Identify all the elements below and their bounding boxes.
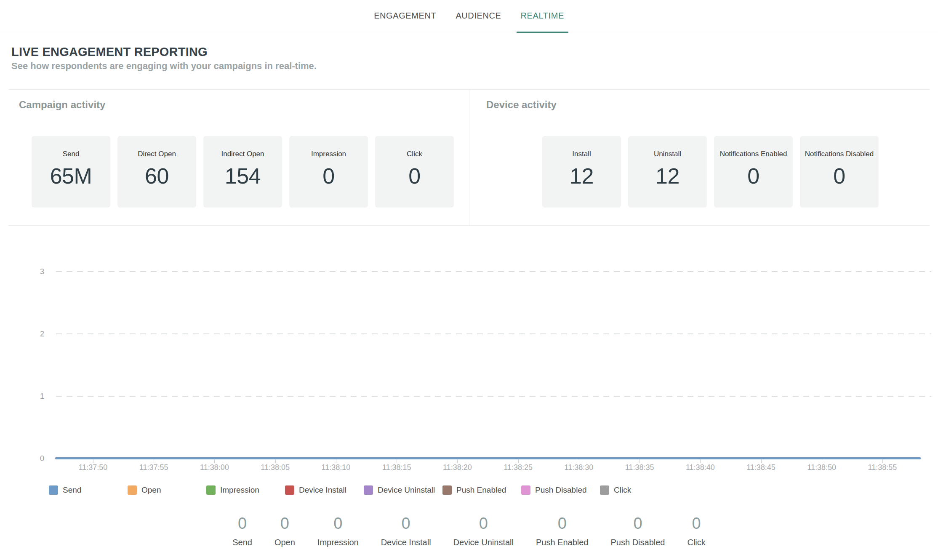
tab-bar: ENGAGEMENT AUDIENCE REALTIME: [0, 0, 938, 33]
counter-label: Open: [274, 538, 295, 547]
card-send: Send 65M: [32, 136, 110, 208]
x-axis-label: 11:38:15: [382, 463, 411, 472]
card-label: Click: [375, 150, 454, 158]
x-axis-tick: [700, 459, 701, 463]
x-axis-label: 11:38:55: [868, 463, 897, 472]
device-activity-title: Device activity: [486, 99, 930, 111]
card-value: 12: [542, 163, 621, 189]
page-title: LIVE ENGAGEMENT REPORTING: [11, 45, 208, 59]
legend-item-device-uninstall[interactable]: Device Uninstall: [364, 485, 442, 495]
card-label: Direct Open: [117, 150, 196, 158]
card-notifications-enabled: Notifications Enabled 0: [714, 136, 793, 208]
realtime-report-page: ENGAGEMENT AUDIENCE REALTIME LIVE ENGAGE…: [0, 0, 938, 560]
tab-audience[interactable]: AUDIENCE: [451, 0, 505, 33]
legend-item-click[interactable]: Click: [600, 485, 679, 495]
counter-value: 0: [274, 515, 295, 533]
legend-label: Send: [63, 485, 81, 495]
card-value: 0: [800, 163, 879, 189]
legend-item-device-install[interactable]: Device Install: [285, 485, 364, 495]
tab-realtime[interactable]: REALTIME: [517, 0, 568, 33]
counter-value: 0: [536, 515, 589, 533]
counter-label: Device Uninstall: [453, 538, 514, 547]
x-axis-label: 11:38:45: [746, 463, 775, 472]
legend-label: Device Uninstall: [378, 485, 435, 495]
card-label: Notifications Disabled: [800, 150, 879, 158]
x-axis-tick: [275, 459, 276, 463]
legend-label: Push Disabled: [535, 485, 587, 495]
counter-click: 0 Click: [687, 515, 705, 547]
card-impression: Impression 0: [289, 136, 368, 208]
legend-item-impression[interactable]: Impression: [206, 485, 285, 495]
counter-value: 0: [453, 515, 514, 533]
tab-engagement[interactable]: ENGAGEMENT: [370, 0, 440, 33]
x-axis-tick: [214, 459, 215, 463]
card-label: Impression: [289, 150, 368, 158]
click-series-swatch-icon: [600, 485, 609, 495]
legend-item-send[interactable]: Send: [49, 485, 128, 495]
x-axis-label: 11:38:10: [322, 463, 351, 472]
x-axis-label: 11:38:35: [625, 463, 654, 472]
push-disabled-series-swatch-icon: [521, 485, 530, 495]
impression-series-swatch-icon: [206, 485, 216, 495]
y-axis-label: 0: [22, 454, 44, 463]
device-activity-cards: Install 12 Uninstall 12 Notifications En…: [542, 136, 930, 208]
card-value: 0: [375, 163, 454, 189]
counter-send: 0 Send: [232, 515, 252, 547]
x-axis-label: 11:38:20: [443, 463, 472, 472]
counter-label: Impression: [317, 538, 359, 547]
x-axis-tick: [640, 459, 640, 463]
counter-value: 0: [381, 515, 431, 533]
x-axis-tick: [397, 459, 397, 463]
counter-label: Push Disabled: [611, 538, 665, 547]
x-axis-tick: [154, 459, 154, 463]
card-value: 154: [203, 163, 282, 189]
counter-open: 0 Open: [274, 515, 295, 547]
counter-label: Push Enabled: [536, 538, 589, 547]
grid-line: [56, 333, 931, 334]
card-value: 12: [628, 163, 707, 189]
device-activity-panel: Device activity Install 12 Uninstall 12 …: [469, 90, 930, 225]
card-value: 65M: [32, 163, 110, 189]
y-axis-label: 1: [22, 392, 44, 400]
open-series-swatch-icon: [128, 485, 137, 495]
card-uninstall: Uninstall 12: [628, 136, 707, 208]
counter-label: Send: [232, 538, 252, 547]
counter-value: 0: [687, 515, 705, 533]
live-counters-row: 0 Send 0 Open 0 Impression 0 Device Inst…: [0, 515, 938, 547]
card-label: Install: [542, 150, 621, 158]
y-axis-label: 2: [22, 329, 44, 338]
legend-item-push-disabled[interactable]: Push Disabled: [521, 485, 600, 495]
legend-label: Impression: [220, 485, 259, 495]
counter-impression: 0 Impression: [317, 515, 359, 547]
counter-value: 0: [232, 515, 252, 533]
campaign-activity-cards: Send 65M Direct Open 60 Indirect Open 15…: [32, 136, 469, 208]
x-axis-tick: [336, 459, 336, 463]
card-label: Uninstall: [628, 150, 707, 158]
counter-value: 0: [611, 515, 665, 533]
card-value: 60: [117, 163, 196, 189]
card-label: Send: [32, 150, 110, 158]
x-axis-label: 11:38:05: [261, 463, 290, 472]
card-notifications-disabled: Notifications Disabled 0: [800, 136, 879, 208]
legend-label: Push Enabled: [456, 485, 506, 495]
counter-push-disabled: 0 Push Disabled: [611, 515, 665, 547]
activity-stats-section: Campaign activity Send 65M Direct Open 6…: [8, 89, 930, 226]
counter-label: Device Install: [381, 538, 431, 547]
device-uninstall-series-swatch-icon: [364, 485, 373, 495]
legend-label: Device Install: [299, 485, 346, 495]
realtime-chart-plot-area: 012311:37:5011:37:5511:38:0011:38:0511:3…: [56, 272, 931, 459]
page-subtitle: See how respondents are engaging with yo…: [11, 61, 317, 72]
legend-item-open[interactable]: Open: [128, 485, 206, 495]
x-axis-label: 11:38:50: [807, 463, 836, 472]
card-label: Notifications Enabled: [714, 150, 793, 158]
campaign-activity-title: Campaign activity: [19, 99, 469, 111]
grid-line: [56, 271, 931, 272]
legend-item-push-enabled[interactable]: Push Enabled: [442, 485, 521, 495]
x-axis-label: 11:37:50: [79, 463, 108, 472]
card-install: Install 12: [542, 136, 621, 208]
device-install-series-swatch-icon: [285, 485, 294, 495]
counter-device-install: 0 Device Install: [381, 515, 431, 547]
x-axis-label: 11:37:55: [139, 463, 168, 472]
card-label: Indirect Open: [203, 150, 282, 158]
counter-device-uninstall: 0 Device Uninstall: [453, 515, 514, 547]
